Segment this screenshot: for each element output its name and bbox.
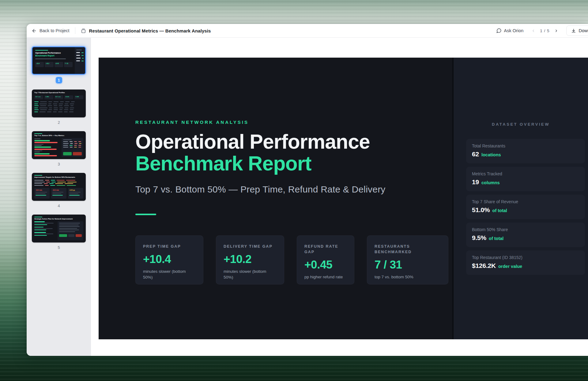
back-label: Back to Project — [40, 28, 70, 33]
stat-card-delivery-time-gap: DELIVERY TIME GAP +10.2 minutes slower (… — [216, 235, 284, 284]
thumbnail-item-1: Operational Performance Benchmark Report… — [32, 47, 86, 83]
stat-card-prep-time-gap: PREP TIME GAP +10.4 minutes slower (bott… — [135, 235, 203, 284]
thumbnail-item-2: Top 7 Restaurant Operational Profiles 14… — [32, 90, 86, 125]
slide-pager: 1 / 5 — [531, 29, 558, 33]
accent-rule — [135, 214, 156, 215]
dataset-item-value: 19 — [472, 178, 479, 186]
slide-eyebrow: RESTAURANT NETWORK ANALYSIS — [135, 120, 452, 125]
top-bar: Back to Project Restaurant Operational M… — [27, 24, 588, 38]
active-slide-number-badge: 1 — [56, 77, 62, 83]
dataset-item-label: Top 7 Share of Revenue — [472, 199, 579, 204]
slide-thumbnail-5[interactable]: Strategic Action Plan for Network Improv… — [32, 215, 86, 242]
dataset-item-label: Total Restaurants — [472, 143, 579, 148]
slide-canvas-area: RESTAURANT NETWORK ANALYSIS Operational … — [91, 38, 588, 356]
thumb1-stat: +0.45 — [55, 62, 63, 67]
next-slide-button[interactable] — [554, 29, 558, 33]
dataset-item-unit: locations — [481, 152, 501, 157]
thumb1-stat: +10.2 — [45, 62, 53, 67]
download-icon — [571, 28, 576, 33]
thumbnail-number: 4 — [58, 203, 60, 208]
download-label: Download — [579, 28, 588, 33]
thumbnail-item-5: Strategic Action Plan for Network Improv… — [32, 215, 86, 250]
stat-card-restaurants-benchmarked: RESTAURANTS BENCHMARKED 7 / 31 top 7 vs.… — [367, 235, 448, 284]
dataset-item-label: Metrics Tracked — [472, 171, 579, 176]
dataset-item-value: 9.5% — [472, 234, 486, 242]
thumb4-value: -10.4 min — [36, 189, 48, 191]
dataset-item-unit: columns — [481, 180, 500, 185]
thumb4-value: -0.45 pp — [69, 189, 82, 191]
thumb2-stat: 35.7 min — [55, 95, 63, 99]
dataset-item-top7-share: Top 7 Share of Revenue 51.0% of total — [466, 195, 585, 219]
page-indicator: 1 / 5 — [540, 29, 549, 33]
slide-subtitle: Top 7 vs. Bottom 50% — Prep Time, Refund… — [135, 184, 452, 195]
chat-bubble-icon — [496, 28, 502, 33]
slide-thumbnail-4[interactable]: Improvement Targets for Bottom 50% Resta… — [32, 173, 86, 201]
thumb1-stat: +10.4 — [35, 62, 44, 67]
slide-thumbnail-sidebar: Operational Performance Benchmark Report… — [27, 38, 91, 356]
stat-caption: minutes slower (bottom 50%) — [224, 269, 277, 280]
app-window: Back to Project Restaurant Operational M… — [27, 24, 588, 356]
current-slide: RESTAURANT NETWORK ANALYSIS Operational … — [99, 58, 588, 339]
dataset-item-metrics-tracked: Metrics Tracked 19 columns — [466, 167, 585, 191]
slide-title-section: RESTAURANT NETWORK ANALYSIS Operational … — [99, 58, 452, 339]
dataset-item-bottom50-share: Bottom 50% Share 9.5% of total — [466, 223, 585, 247]
thumb1-title: Operational Performance — [35, 52, 73, 55]
thumb5-title: Strategic Action Plan for Network Improv… — [34, 218, 83, 220]
stat-label: REFUND RATE GAP — [304, 244, 347, 255]
dataset-item-top-restaurant: Top Restaurant (ID 38152) $126.2K order … — [466, 250, 585, 275]
back-to-project-button[interactable]: Back to Project — [32, 28, 70, 33]
slide-title: Operational Performance Benchmark Report — [135, 131, 452, 174]
thumb1-subtitle: Benchmark Report — [35, 55, 73, 57]
dataset-item-label: Bottom 50% Share — [472, 227, 579, 232]
document-header: Restaurant Operational Metrics — Benchma… — [81, 28, 211, 33]
slide-thumbnail-2[interactable]: Top 7 Restaurant Operational Profiles 14… — [32, 90, 86, 117]
slide-title-line1: Operational Performance — [135, 131, 452, 153]
thumb2-stat: 1.08% — [44, 95, 53, 99]
back-arrow-icon — [32, 28, 37, 33]
topbar-divider — [75, 27, 75, 34]
dataset-item-value: $126.2K — [472, 262, 496, 269]
stat-value: +0.45 — [304, 258, 347, 271]
stat-caption: pp higher refund rate — [304, 274, 347, 280]
stat-caption: minutes slower (bottom 50%) — [143, 269, 196, 280]
ask-orion-label: Ask Orion — [504, 28, 524, 33]
previous-slide-button[interactable] — [531, 29, 535, 33]
thumb2-stat: 11.8K — [74, 95, 83, 99]
slide-thumbnail-3[interactable]: Top 7 vs. Bottom 50% — Key Metrics — [32, 131, 86, 159]
dataset-item-unit: order value — [498, 264, 522, 269]
slide-thumbnail-1[interactable]: Operational Performance Benchmark Report… — [32, 47, 86, 74]
dataset-overview-panel: DATASET OVERVIEW Total Restaurants 62 lo… — [454, 58, 588, 339]
stat-caption: top 7 vs. bottom 50% — [375, 274, 441, 280]
thumbnail-number: 5 — [58, 245, 60, 250]
thumbnail-number: 2 — [58, 120, 60, 125]
stat-value: +10.4 — [143, 253, 196, 266]
download-button[interactable]: Download — [566, 25, 588, 36]
thumb4-value: -10.2 min — [52, 189, 65, 191]
stat-value: 7 / 31 — [375, 258, 441, 271]
dataset-item-value: 51.0% — [472, 206, 490, 214]
dataset-overview-heading: DATASET OVERVIEW — [454, 122, 588, 127]
dataset-overview-list: Total Restaurants 62 locations Metrics T… — [466, 139, 585, 275]
thumbnail-item-3: Top 7 vs. Bottom 50% — Key Metrics — [32, 131, 86, 167]
thumb2-stat: 14.7 min — [34, 95, 43, 99]
thumb4-title: Improvement Targets for Bottom 50% Resta… — [34, 176, 83, 178]
dataset-item-value: 62 — [472, 150, 479, 158]
ask-orion-button[interactable]: Ask Orion — [496, 28, 524, 33]
dataset-item-unit: of total — [492, 208, 507, 213]
stat-label: RESTAURANTS BENCHMARKED — [375, 244, 441, 255]
thumb1-stat: 7 / 31 — [64, 62, 73, 67]
thumb3-title: Top 7 vs. Bottom 50% — Key Metrics — [34, 135, 83, 136]
stat-card-refund-rate-gap: REFUND RATE GAP +0.45 pp higher refund r… — [297, 235, 354, 284]
thumbnail-item-4: Improvement Targets for Bottom 50% Resta… — [32, 173, 86, 208]
document-title: Restaurant Operational Metrics — Benchma… — [89, 28, 211, 33]
dataset-item-label: Top Restaurant (ID 38152) — [472, 255, 579, 260]
slide-title-line2: Benchmark Report — [135, 153, 452, 174]
stat-card-row: PREP TIME GAP +10.4 minutes slower (bott… — [135, 235, 452, 284]
thumbnail-number: 3 — [58, 161, 60, 167]
stat-value: +10.2 — [224, 253, 277, 266]
dataset-item-total-restaurants: Total Restaurants 62 locations — [466, 139, 585, 163]
thumb2-title: Top 7 Restaurant Operational Profiles — [34, 92, 83, 93]
dataset-item-unit: of total — [489, 236, 503, 241]
stat-label: DELIVERY TIME GAP — [224, 244, 277, 249]
presentation-icon — [81, 28, 86, 33]
